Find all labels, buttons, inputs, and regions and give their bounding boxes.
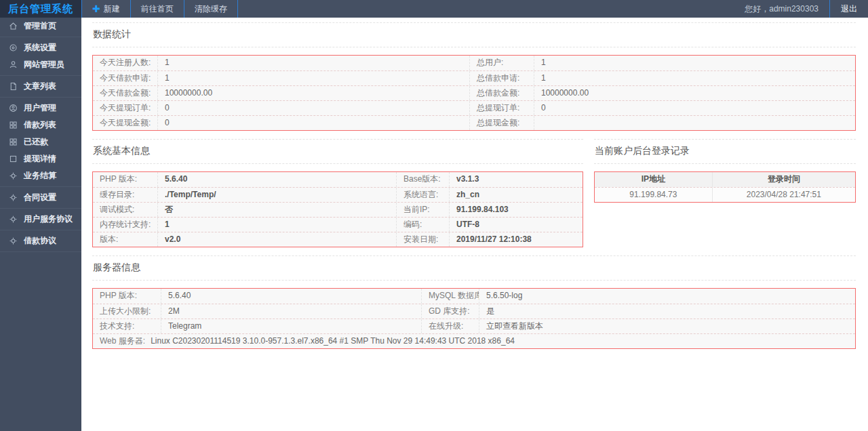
info-value: 是 xyxy=(479,304,855,319)
grid-icon xyxy=(9,138,18,146)
sidebar-item-user-management[interactable]: 用户管理 xyxy=(0,100,81,117)
service-icon xyxy=(9,237,18,245)
column-header-ip: IP地址 xyxy=(595,172,712,187)
system-info-title: 系统基本信息 xyxy=(92,140,583,163)
divider xyxy=(92,280,856,281)
info-label: Base版本: xyxy=(396,172,449,187)
sidebar-item-contract-settings[interactable]: 合同设置 xyxy=(0,189,81,206)
table-header-row: IP地址 登录时间 xyxy=(595,172,855,187)
info-value: 1 xyxy=(157,218,396,232)
sidebar-item-label: 用户服务协议 xyxy=(24,213,73,225)
info-value: Telegram xyxy=(161,319,421,333)
info-label: 在线升级: xyxy=(421,319,479,333)
top-right-area: 您好，admin230303 退出 xyxy=(734,0,868,18)
table-row: 91.199.84.73 2023/04/28 21:47:51 xyxy=(595,187,855,202)
sidebar-item-label: 业务结算 xyxy=(24,170,56,182)
service-icon xyxy=(9,193,18,202)
stat-label: 总借款申请: xyxy=(469,71,534,85)
info-label: 上传大小限制: xyxy=(93,304,161,319)
top-bar: 后台管理系统 ✚ 新建 前往首页 清除缓存 您好，admin230303 退出 xyxy=(0,0,868,18)
grid-icon xyxy=(9,121,18,129)
stat-value: 1 xyxy=(157,56,469,70)
sidebar-divider xyxy=(0,37,81,37)
table-row: 内存统计支持: 1 编码: UTF-8 xyxy=(93,217,583,232)
info-value: 否 xyxy=(157,203,396,217)
square-icon xyxy=(9,155,18,163)
info-label: 缓存目录: xyxy=(93,188,157,202)
stat-label: 今天提现订单: xyxy=(93,101,157,115)
stats-table: 今天注册人数: 1 总用户: 1 今天借款申请: 1 总借款申请: 1 今天借款… xyxy=(92,55,856,131)
sidebar-item-loan-list[interactable]: 借款列表 xyxy=(0,117,81,134)
login-log-title: 当前账户后台登录记录 xyxy=(594,140,856,163)
login-log-section: 当前账户后台登录记录 IP地址 登录时间 91.199.84.73 2023/0… xyxy=(594,139,856,211)
sidebar-item-admin-home[interactable]: 管理首页 xyxy=(0,18,81,35)
table-row: 缓存目录: ./Temp/Temp/ 系统语言: zh_cn xyxy=(93,187,583,202)
sidebar-divider xyxy=(0,230,81,230)
sidebar-item-label: 提现详情 xyxy=(24,153,56,165)
stat-value: 0 xyxy=(534,101,855,115)
clear-cache-button[interactable]: 清除缓存 xyxy=(184,0,238,18)
new-button-label: 新建 xyxy=(104,3,120,15)
info-label: Web 服务器: xyxy=(100,334,145,348)
home-icon xyxy=(9,22,18,30)
sidebar-divider xyxy=(0,208,81,209)
sidebar-item-repaid[interactable]: 已还款 xyxy=(0,134,81,150)
sidebar-divider xyxy=(0,75,81,76)
user-circle-icon xyxy=(9,104,18,112)
info-label: 当前IP: xyxy=(396,203,449,217)
sidebar-item-label: 管理首页 xyxy=(24,20,56,32)
divider xyxy=(92,163,583,164)
stat-label: 今天注册人数: xyxy=(93,56,157,70)
logout-button[interactable]: 退出 xyxy=(830,0,868,18)
table-row: 今天借款申请: 1 总借款申请: 1 xyxy=(93,70,855,85)
sidebar: 管理首页 系统设置 网站管理员 文章列表 用户管理 借款列表 已还款 提现详情 … xyxy=(0,18,81,431)
system-info-table: PHP 版本: 5.6.40 Base版本: v3.1.3 缓存目录: ./Te… xyxy=(92,171,583,247)
sidebar-item-user-service-agreement[interactable]: 用户服务协议 xyxy=(0,211,81,228)
sidebar-item-loan-agreement[interactable]: 借款协议 xyxy=(0,232,81,249)
stat-value: 1 xyxy=(157,71,469,85)
new-button[interactable]: ✚ 新建 xyxy=(81,0,131,18)
sidebar-item-label: 已还款 xyxy=(24,136,48,148)
table-row: 今天借款金额: 10000000.00 总借款金额: 10000000.00 xyxy=(93,85,855,100)
info-value: UTF-8 xyxy=(449,218,583,232)
info-value: 5.6.40 xyxy=(161,289,421,304)
stat-value: 10000000.00 xyxy=(534,86,855,100)
target-icon xyxy=(9,43,18,52)
sidebar-item-label: 借款列表 xyxy=(24,119,56,131)
info-value: 5.6.50-log xyxy=(479,289,855,304)
sidebar-item-system-settings[interactable]: 系统设置 xyxy=(0,39,81,56)
info-value: 2019/11/27 12:10:38 xyxy=(449,232,583,247)
sidebar-item-label: 借款协议 xyxy=(24,235,56,247)
info-label: 编码: xyxy=(396,218,449,232)
middle-band: 系统基本信息 PHP 版本: 5.6.40 Base版本: v3.1.3 缓存目… xyxy=(92,139,856,255)
login-ip-value: 91.199.84.73 xyxy=(595,188,712,202)
stat-label: 今天提现金额: xyxy=(93,116,157,130)
sidebar-item-site-admin[interactable]: 网站管理员 xyxy=(0,56,81,73)
info-value: 5.6.40 xyxy=(157,172,396,187)
login-log-table: IP地址 登录时间 91.199.84.73 2023/04/28 21:47:… xyxy=(594,171,856,203)
table-row: 技术支持: Telegram 在线升级: 立即查看新版本 xyxy=(93,319,855,333)
sidebar-item-article-list[interactable]: 文章列表 xyxy=(0,78,81,95)
info-label: 调试模式: xyxy=(93,203,157,217)
stat-value xyxy=(534,116,855,130)
check-new-version-link[interactable]: 立即查看新版本 xyxy=(479,319,855,333)
top-nav: ✚ 新建 前往首页 清除缓存 xyxy=(81,0,238,18)
info-value: ./Temp/Temp/ xyxy=(157,188,396,202)
info-value: 2M xyxy=(161,304,421,319)
service-icon xyxy=(9,215,18,224)
info-label: 技术支持: xyxy=(93,319,161,333)
goto-frontend-button[interactable]: 前往首页 xyxy=(131,0,184,18)
info-label: 安装日期: xyxy=(396,232,449,247)
plus-icon: ✚ xyxy=(92,4,100,14)
sidebar-item-withdraw-details[interactable]: 提现详情 xyxy=(0,150,81,167)
sidebar-item-business-settlement[interactable]: 业务结算 xyxy=(0,167,81,184)
table-row: 今天提现金额: 0 总提现金额: xyxy=(93,115,855,130)
stat-label: 总提现订单: xyxy=(469,101,534,115)
info-value: v3.1.3 xyxy=(449,172,583,187)
stat-label: 总提现金额: xyxy=(469,116,534,130)
stat-value: 10000000.00 xyxy=(157,86,469,100)
column-header-time: 登录时间 xyxy=(712,172,855,187)
stat-value: 0 xyxy=(157,116,469,130)
stat-label: 今天借款金额: xyxy=(93,86,157,100)
divider xyxy=(594,163,856,164)
